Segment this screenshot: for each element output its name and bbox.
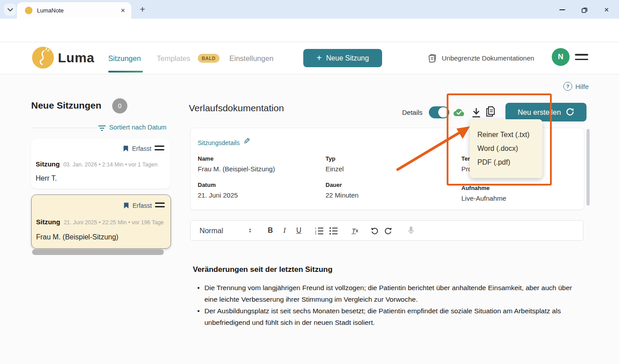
sidebar-horizontal-scrollbar[interactable]	[32, 249, 164, 255]
brand-name[interactable]: Luma	[58, 50, 94, 65]
documents-stack-icon	[427, 53, 438, 64]
ordered-list-button[interactable]: 123	[312, 224, 326, 237]
main-vertical-scrollbar[interactable]	[586, 129, 590, 206]
user-avatar[interactable]: N	[552, 48, 570, 66]
new-session-button[interactable]: + Neue Sitzung	[303, 49, 382, 67]
tab-title: LumaNote	[37, 7, 119, 14]
card-menu-icon[interactable]	[155, 202, 165, 210]
help-label: Hilfe	[575, 83, 589, 90]
new-session-label: Neue Sitzung	[326, 54, 369, 62]
bullet-item: • Der Ausbildungsplatz ist seit sechs Mo…	[193, 305, 581, 328]
select-caret-icon[interactable]: ▲▼	[248, 228, 252, 233]
tab-favicon	[25, 7, 33, 14]
templates-bald-badge: BALD	[198, 54, 220, 63]
document-bullets: • Die Trennung vom langjährigen Freund i…	[193, 282, 581, 328]
card-meta-row: Sitzung 21. Juni 2025 • 22:25 Min • vor …	[36, 218, 167, 226]
field-value: Frau M. (Beispiel-Sitzung)	[198, 165, 275, 173]
tab-search-button[interactable]	[4, 4, 16, 16]
field-label: Aufnahme	[461, 185, 490, 191]
browser-tabstrip: LumaNote × + ×	[0, 0, 619, 19]
bookmark-icon	[123, 145, 129, 152]
undo-button[interactable]	[367, 224, 382, 237]
annotation-arrow	[390, 118, 479, 176]
field-value: Live-Aufnahme	[461, 194, 506, 202]
tab-close-icon[interactable]: ×	[119, 6, 127, 15]
card-patient-name: Herr T.	[36, 174, 57, 182]
field-value: 22 Minuten	[326, 191, 358, 199]
browser-tab[interactable]: LumaNote ×	[17, 2, 131, 19]
bookmark-icon	[123, 202, 129, 209]
app-header: Luma Sitzungen Templates BALD Einstellun…	[0, 42, 619, 74]
sort-by-date-link[interactable]: Sortiert nach Datum	[109, 124, 167, 131]
sort-filter-icon[interactable]	[98, 125, 106, 132]
menu-item-docx[interactable]: Word (.docx)	[477, 145, 542, 153]
field-label: Dauer	[326, 182, 342, 188]
question-icon: ?	[563, 82, 572, 91]
plus-icon: +	[317, 53, 322, 63]
svg-text:1: 1	[315, 227, 317, 230]
nav-tab-sitzungen[interactable]: Sitzungen	[108, 54, 141, 63]
svg-text:3: 3	[315, 232, 317, 235]
field-value: Einzel	[326, 165, 344, 173]
nav-tab-einstellungen[interactable]: Einstellungen	[229, 54, 273, 63]
app-menu-icon[interactable]	[575, 54, 588, 63]
window-close-button[interactable]: ×	[599, 4, 614, 15]
microphone-icon	[404, 224, 418, 237]
new-tab-button[interactable]: +	[136, 3, 149, 16]
window-minimize-button[interactable]	[554, 4, 570, 15]
status-badge: Erfasst	[123, 145, 151, 152]
underline-button[interactable]: U	[292, 224, 306, 237]
paragraph-style-select[interactable]: Normal	[200, 226, 244, 235]
document-heading: Veränderungen seit der letzten Sitzung	[193, 265, 333, 274]
field-value: 21. Juni 2025	[198, 191, 238, 199]
luma-logo[interactable]	[32, 47, 54, 69]
menu-item-pdf[interactable]: PDF (.pdf)	[477, 158, 542, 166]
quota-text: Unbegrenzte Dokumentationen	[442, 54, 534, 62]
editor-toolbar: Normal ▲▼ B I U 123 Tx	[190, 220, 583, 241]
edit-pencil-icon[interactable]: ✎	[243, 136, 250, 146]
nav-tab-templates[interactable]: Templates	[157, 54, 190, 63]
bullet-item: • Die Trennung vom langjährigen Freund i…	[193, 282, 581, 305]
card-patient-name: Frau M. (Beispiel-Sitzung)	[36, 233, 118, 241]
active-tab-underline	[108, 71, 143, 73]
page-title: Verlaufsdokumentation	[189, 103, 284, 113]
clear-format-button[interactable]: Tx	[348, 224, 362, 237]
refresh-icon	[566, 108, 574, 117]
redo-button[interactable]	[382, 224, 396, 237]
help-link[interactable]: ? Hilfe	[563, 82, 589, 91]
field-label: Datum	[198, 182, 216, 188]
status-badge: Erfasst	[123, 202, 152, 209]
bullet-list-button[interactable]	[326, 224, 341, 237]
session-details-title: Sitzungsdetails	[198, 139, 240, 146]
window-restore-button[interactable]	[577, 4, 592, 15]
session-card-selected[interactable]: Erfasst Sitzung 21. Juni 2025 • 22:25 Mi…	[31, 194, 171, 249]
card-menu-icon[interactable]	[155, 146, 164, 153]
session-card[interactable]: Erfasst Sitzung 03. Jan. 2026 • 2:14 Min…	[31, 139, 170, 189]
details-toggle-label: Details	[402, 109, 423, 116]
field-label: Name	[198, 155, 213, 162]
sidebar-divider	[31, 128, 97, 128]
browser-toolbar: ← → app.lumanote.de ☆ ⋮	[0, 19, 619, 42]
italic-button[interactable]: I	[277, 224, 292, 237]
session-count-badge: 0	[112, 98, 127, 113]
menu-item-txt[interactable]: Reiner Text (.txt)	[477, 131, 542, 139]
field-label: Typ	[326, 155, 335, 162]
export-dropdown-menu: Reiner Text (.txt) Word (.docx) PDF (.pd…	[470, 119, 542, 178]
sidebar-title: Neue Sitzungen	[31, 100, 102, 111]
card-meta-row: Sitzung 03. Jan. 2026 • 2:14 Min • vor 1…	[36, 160, 167, 168]
screenshot-stage: LumaNote × + × ← → app.lumanote.de ☆	[0, 0, 619, 364]
bold-button[interactable]: B	[263, 224, 277, 237]
